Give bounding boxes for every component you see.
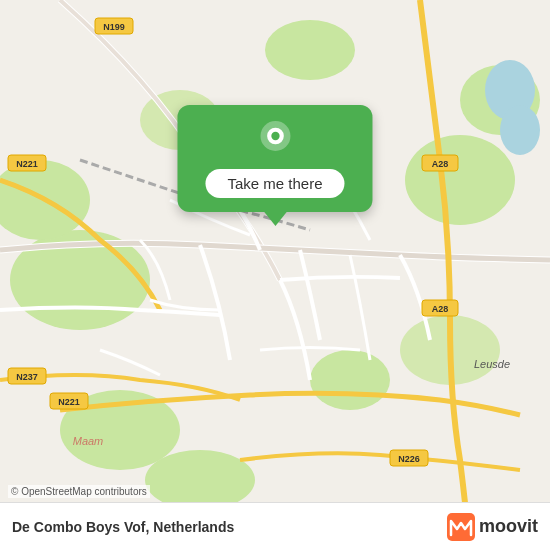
svg-text:N221: N221 — [16, 159, 38, 169]
popup-card: Take me there — [177, 105, 372, 212]
take-me-there-button[interactable]: Take me there — [205, 169, 344, 198]
svg-point-12 — [500, 105, 540, 155]
map-svg: N199 N221 N237 N221 A28 A28 N226 Leusde … — [0, 0, 550, 550]
map-container: N199 N221 N237 N221 A28 A28 N226 Leusde … — [0, 0, 550, 550]
svg-point-8 — [145, 450, 255, 510]
moovit-logo: moovit — [447, 513, 538, 541]
svg-text:A28: A28 — [432, 159, 449, 169]
svg-text:Leusde: Leusde — [474, 358, 510, 370]
location-name: De Combo Boys Vof, Netherlands — [12, 519, 234, 535]
svg-point-9 — [265, 20, 355, 80]
svg-text:N226: N226 — [398, 454, 420, 464]
svg-text:N199: N199 — [103, 22, 125, 32]
svg-point-3 — [405, 135, 515, 225]
moovit-brand-name: moovit — [479, 516, 538, 537]
info-bar: De Combo Boys Vof, Netherlands moovit — [0, 502, 550, 550]
location-info: De Combo Boys Vof, Netherlands — [12, 519, 234, 535]
svg-text:N221: N221 — [58, 397, 80, 407]
moovit-brand-icon — [447, 513, 475, 541]
svg-point-6 — [310, 350, 390, 410]
svg-text:Maam: Maam — [73, 435, 104, 447]
svg-text:N237: N237 — [16, 372, 38, 382]
location-pin-icon — [255, 121, 295, 161]
svg-text:A28: A28 — [432, 304, 449, 314]
map-attribution: © OpenStreetMap contributors — [8, 485, 150, 498]
